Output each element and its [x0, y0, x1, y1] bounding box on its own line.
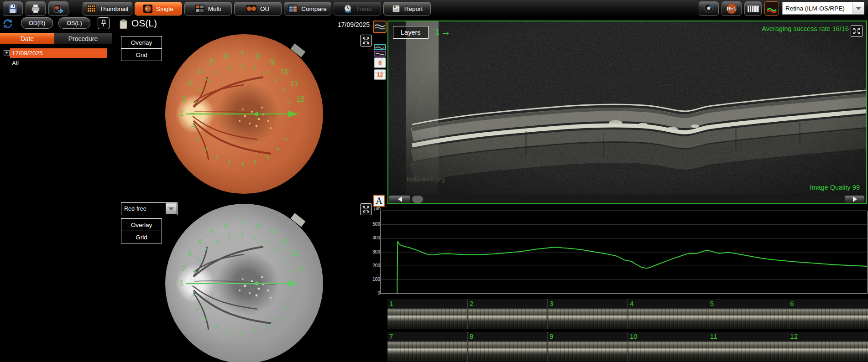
camera-button[interactable]	[699, 1, 719, 16]
view-button-label: Single	[156, 5, 173, 12]
view-button-label: Trend	[356, 5, 372, 12]
oct-thumbnail-9[interactable]: 9	[548, 332, 628, 362]
oct-thumbnail-6[interactable]: 6	[788, 299, 868, 329]
grid-12-label: 12	[377, 72, 383, 78]
svg-text:7: 7	[241, 220, 245, 228]
fundus-filter-value: Red-free	[121, 206, 166, 212]
tree-item-all[interactable]: All	[12, 60, 19, 67]
y-tick-label: 200	[362, 263, 380, 268]
svg-text:3: 3	[188, 80, 192, 88]
svg-text:11: 11	[291, 80, 298, 88]
fundus-vessels: 123456789101112	[165, 204, 323, 362]
thumbnail-number: 9	[549, 332, 553, 340]
oct-thumbnail-8[interactable]: 8	[468, 332, 548, 362]
oct-thumbnail-7[interactable]: 7	[387, 332, 468, 362]
layer-preset-value: Retina (ILM-OS/RPE)	[783, 5, 852, 12]
tab-date[interactable]: Date	[0, 33, 54, 44]
thumbnail-texture	[628, 341, 708, 362]
layer-preset-select[interactable]: Retina (ILM-OS/RPE)	[782, 2, 864, 15]
svg-text:1: 1	[180, 279, 184, 287]
tree-date-label: 17/09/2025	[12, 50, 43, 57]
report-icon	[392, 5, 401, 13]
grid-6-label: 6	[378, 60, 382, 66]
redfree-fundus-image[interactable]: 123456789101112	[165, 204, 323, 362]
pin-panel-button[interactable]	[98, 17, 110, 29]
dual-scan-icon	[375, 52, 385, 56]
grid-12-tool[interactable]: 12	[374, 69, 386, 80]
oct-bscan-viewport[interactable]: Layers 1 → Averaging success rate 16/16 …	[387, 21, 867, 204]
svg-text:2: 2	[182, 95, 186, 103]
thumbnail-texture	[548, 341, 627, 362]
svg-text:6: 6	[225, 52, 229, 60]
thumbnail-texture	[788, 341, 868, 362]
export-image-button[interactable]	[48, 1, 68, 16]
watermark-text: RetinaRA.org	[407, 176, 445, 183]
oct-scrollbar[interactable]	[388, 195, 866, 203]
view-button-trend[interactable]: Trend	[334, 2, 381, 16]
line-scan-tool[interactable]	[373, 21, 387, 33]
expand-oct-button[interactable]	[851, 25, 863, 37]
bottom-fundus-controls: Overlay Grid	[121, 218, 162, 243]
dual-scan-tool-a[interactable]	[374, 44, 386, 50]
tree-expander[interactable]: +	[4, 50, 10, 56]
print-button[interactable]	[26, 1, 46, 16]
svg-text:6: 6	[225, 222, 229, 230]
refresh-icon	[2, 18, 14, 30]
scroll-left-button[interactable]	[389, 196, 410, 203]
oct-thumbnail-3[interactable]: 3	[548, 299, 628, 329]
caliper-button[interactable]	[744, 1, 762, 16]
thickness-map-button[interactable]	[764, 1, 779, 16]
grid-button-top[interactable]: Grid	[121, 48, 162, 61]
camera-icon	[703, 3, 714, 14]
reference-button[interactable]: Ref.	[722, 1, 742, 16]
oct-thumbnail-1[interactable]: 1	[387, 299, 468, 329]
sidebar-tabs: Date Procedure	[0, 33, 112, 44]
reference-label: Ref.	[727, 6, 737, 11]
expand-top-fundus-button[interactable]	[360, 35, 372, 47]
tab-procedure[interactable]: Procedure	[54, 33, 112, 44]
thumbnail-number: 3	[549, 300, 553, 307]
thumbnail-number: 12	[790, 332, 798, 340]
oct-thumbnail-2[interactable]: 2	[468, 299, 548, 329]
view-button-ou[interactable]: OU	[234, 2, 282, 16]
oct-thumbnail-11[interactable]: 11	[708, 332, 789, 362]
color-fundus-image[interactable]: 123456789101112	[165, 34, 323, 194]
scroll-right-button[interactable]	[845, 196, 864, 203]
layers-button-label: Layers	[401, 29, 421, 36]
print-icon	[31, 4, 41, 14]
view-button-single[interactable]: Single	[135, 2, 182, 16]
thumbnail-number: 2	[470, 300, 473, 307]
scrollbar-thumb[interactable]	[412, 196, 423, 203]
y-tick-label: 400	[362, 235, 380, 240]
overlay-button-top[interactable]: Overlay	[121, 36, 162, 48]
oct-thumbnail-10[interactable]: 10	[628, 332, 708, 362]
view-button-compare[interactable]: Compare	[284, 2, 331, 16]
oct-thumbnail-4[interactable]: 4	[628, 299, 708, 329]
view-button-multi[interactable]: Multi	[184, 2, 232, 16]
thumbnail-texture	[708, 341, 788, 362]
layers-button[interactable]: Layers	[393, 26, 429, 39]
annotation-tool[interactable]: A	[373, 195, 385, 207]
view-button-label: Multi	[208, 5, 221, 12]
view-button-thumbnail[interactable]: Thumbnail	[83, 2, 132, 16]
oct-thumbnail-5[interactable]: 5	[708, 299, 789, 329]
overlay-button-bottom[interactable]: Overlay	[121, 219, 162, 231]
thumbnail-texture	[548, 308, 627, 329]
grid-button-bottom[interactable]: Grid	[121, 231, 162, 243]
save-icon	[8, 4, 18, 14]
refresh-button[interactable]	[2, 18, 14, 30]
oct-bscan-image	[388, 21, 866, 195]
dual-scan-tool-b[interactable]	[374, 51, 386, 57]
save-button[interactable]	[3, 1, 23, 16]
oct-thumbnail-12[interactable]: 12	[788, 332, 868, 362]
y-tick-label: 500	[362, 222, 380, 227]
grid-6-tool[interactable]: 6	[374, 57, 386, 68]
multi-icon	[195, 5, 204, 13]
tree-item-date[interactable]: 17/09/2025	[10, 48, 107, 58]
od-right-eye-button[interactable]: OD(R)	[21, 17, 53, 29]
os-left-eye-button[interactable]: OS(L)	[58, 17, 90, 29]
view-button-label: Thumbnail	[99, 5, 128, 12]
view-button-report[interactable]: Report	[383, 2, 431, 16]
ou-icon	[246, 5, 256, 12]
arrow-left-icon	[398, 197, 402, 202]
